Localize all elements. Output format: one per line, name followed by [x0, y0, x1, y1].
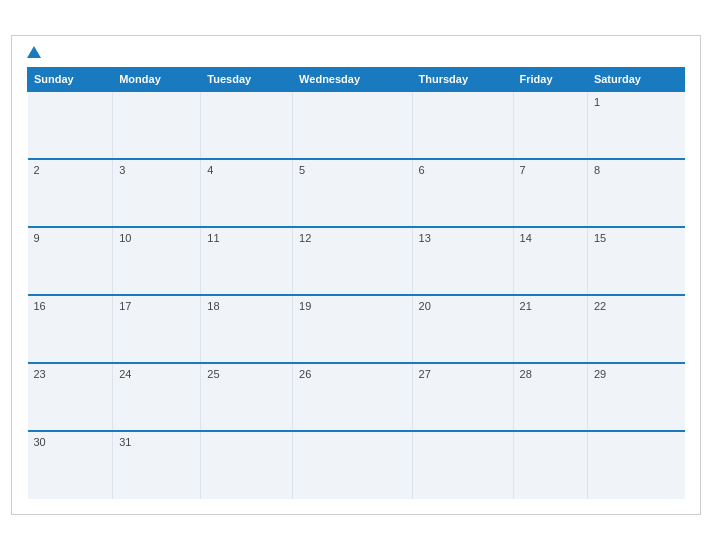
day-number: 15: [594, 232, 606, 244]
day-number: 26: [299, 368, 311, 380]
day-cell: 5: [293, 159, 412, 227]
day-cell: 24: [113, 363, 201, 431]
day-cell: 13: [412, 227, 513, 295]
day-cell: 19: [293, 295, 412, 363]
week-row-5: 3031: [28, 431, 685, 499]
day-number: 31: [119, 436, 131, 448]
day-header-thursday: Thursday: [412, 68, 513, 92]
day-cell: 4: [201, 159, 293, 227]
day-cell: 15: [587, 227, 684, 295]
day-number: 21: [520, 300, 532, 312]
day-cell: 18: [201, 295, 293, 363]
day-number: 27: [419, 368, 431, 380]
day-number: 30: [34, 436, 46, 448]
day-cell: [201, 91, 293, 159]
day-header-monday: Monday: [113, 68, 201, 92]
day-number: 3: [119, 164, 125, 176]
day-cell: 21: [513, 295, 587, 363]
day-cell: 28: [513, 363, 587, 431]
day-cell: 29: [587, 363, 684, 431]
day-number: 6: [419, 164, 425, 176]
calendar-body: 1234567891011121314151617181920212223242…: [28, 91, 685, 499]
day-cell: [293, 91, 412, 159]
day-cell: 20: [412, 295, 513, 363]
day-cell: 12: [293, 227, 412, 295]
logo: [27, 46, 43, 59]
logo-triangle-icon: [27, 46, 41, 58]
day-cell: 11: [201, 227, 293, 295]
day-header-friday: Friday: [513, 68, 587, 92]
day-cell: [513, 91, 587, 159]
day-number: 14: [520, 232, 532, 244]
day-header-tuesday: Tuesday: [201, 68, 293, 92]
day-number: 10: [119, 232, 131, 244]
day-cell: [113, 91, 201, 159]
day-cell: 17: [113, 295, 201, 363]
day-number: 12: [299, 232, 311, 244]
day-number: 7: [520, 164, 526, 176]
day-cell: 7: [513, 159, 587, 227]
calendar-thead: SundayMondayTuesdayWednesdayThursdayFrid…: [28, 68, 685, 92]
day-cell: [201, 431, 293, 499]
day-header-wednesday: Wednesday: [293, 68, 412, 92]
day-number: 4: [207, 164, 213, 176]
day-cell: 27: [412, 363, 513, 431]
day-number: 24: [119, 368, 131, 380]
day-cell: 25: [201, 363, 293, 431]
calendar-header: [27, 46, 685, 59]
day-cell: 26: [293, 363, 412, 431]
day-cell: 10: [113, 227, 201, 295]
calendar: SundayMondayTuesdayWednesdayThursdayFrid…: [11, 35, 701, 515]
day-header-saturday: Saturday: [587, 68, 684, 92]
day-number: 5: [299, 164, 305, 176]
week-row-2: 9101112131415: [28, 227, 685, 295]
day-cell: [28, 91, 113, 159]
day-number: 16: [34, 300, 46, 312]
day-number: 29: [594, 368, 606, 380]
week-row-1: 2345678: [28, 159, 685, 227]
day-cell: 1: [587, 91, 684, 159]
day-cell: [513, 431, 587, 499]
day-number: 19: [299, 300, 311, 312]
day-cell: [587, 431, 684, 499]
day-cell: [412, 91, 513, 159]
day-cell: [293, 431, 412, 499]
day-number: 25: [207, 368, 219, 380]
week-row-4: 23242526272829: [28, 363, 685, 431]
week-row-0: 1: [28, 91, 685, 159]
day-cell: 22: [587, 295, 684, 363]
day-number: 13: [419, 232, 431, 244]
day-number: 1: [594, 96, 600, 108]
day-number: 17: [119, 300, 131, 312]
day-cell: 16: [28, 295, 113, 363]
day-cell: 23: [28, 363, 113, 431]
calendar-table: SundayMondayTuesdayWednesdayThursdayFrid…: [27, 67, 685, 499]
day-number: 28: [520, 368, 532, 380]
day-cell: 14: [513, 227, 587, 295]
days-header-row: SundayMondayTuesdayWednesdayThursdayFrid…: [28, 68, 685, 92]
day-number: 23: [34, 368, 46, 380]
day-cell: 8: [587, 159, 684, 227]
day-cell: 3: [113, 159, 201, 227]
day-number: 11: [207, 232, 219, 244]
day-header-sunday: Sunday: [28, 68, 113, 92]
day-cell: 31: [113, 431, 201, 499]
day-number: 9: [34, 232, 40, 244]
day-cell: 2: [28, 159, 113, 227]
day-number: 20: [419, 300, 431, 312]
day-cell: 6: [412, 159, 513, 227]
day-cell: [412, 431, 513, 499]
day-cell: 9: [28, 227, 113, 295]
day-number: 8: [594, 164, 600, 176]
day-number: 22: [594, 300, 606, 312]
day-number: 2: [34, 164, 40, 176]
logo-blue-text: [27, 46, 43, 59]
day-cell: 30: [28, 431, 113, 499]
week-row-3: 16171819202122: [28, 295, 685, 363]
day-number: 18: [207, 300, 219, 312]
